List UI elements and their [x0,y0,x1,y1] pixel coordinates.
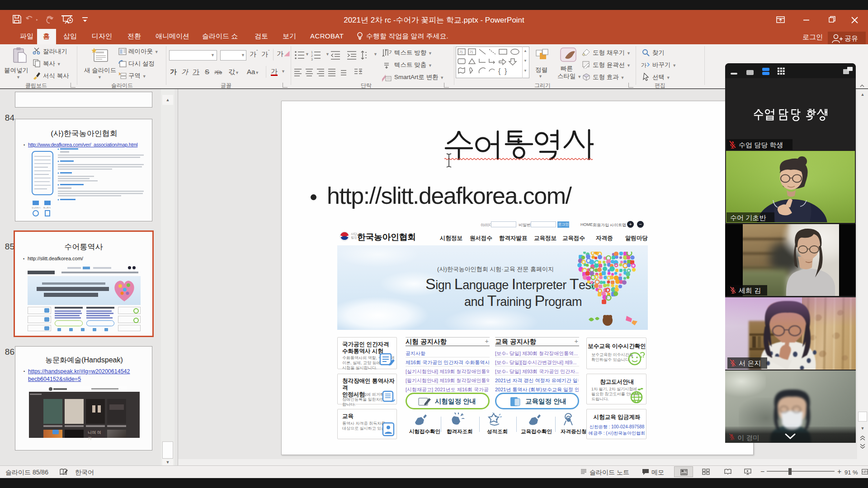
svg-text:가: 가 [469,50,473,54]
svg-text:}: } [505,67,507,75]
svg-text:가: 가 [641,62,646,68]
svg-text:통신중계: 통신중계 [43,206,51,209]
svg-text:가: 가 [389,49,392,55]
svg-text:3: 3 [311,58,313,61]
svg-text:가: 가 [459,50,463,54]
svg-text:영상전화기: 영상전화기 [32,206,41,209]
svg-text:{: { [498,67,501,75]
svg-text:1: 1 [311,51,313,54]
svg-text:2: 2 [311,54,313,57]
